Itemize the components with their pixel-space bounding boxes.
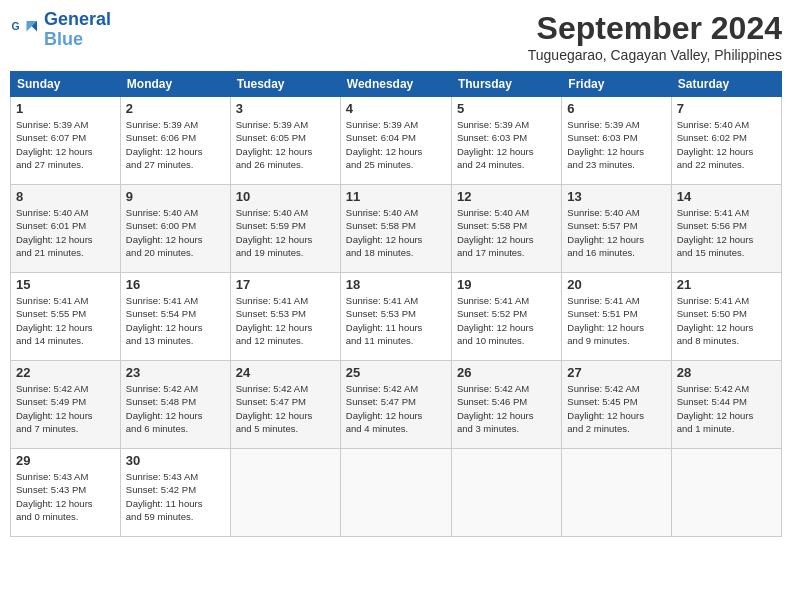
day-info: Sunrise: 5:43 AMSunset: 5:42 PMDaylight:… <box>126 470 225 523</box>
day-info: Sunrise: 5:40 AMSunset: 5:57 PMDaylight:… <box>567 206 665 259</box>
calendar-cell: 22 Sunrise: 5:42 AMSunset: 5:49 PMDaylig… <box>11 361 121 449</box>
day-number: 1 <box>16 101 115 116</box>
day-number: 28 <box>677 365 776 380</box>
weekday-tuesday: Tuesday <box>230 72 340 97</box>
day-number: 18 <box>346 277 446 292</box>
day-info: Sunrise: 5:42 AMSunset: 5:47 PMDaylight:… <box>346 382 446 435</box>
calendar-cell: 8 Sunrise: 5:40 AMSunset: 6:01 PMDayligh… <box>11 185 121 273</box>
location-title: Tuguegarao, Cagayan Valley, Philippines <box>528 47 782 63</box>
calendar-cell <box>671 449 781 537</box>
day-number: 13 <box>567 189 665 204</box>
day-info: Sunrise: 5:39 AMSunset: 6:03 PMDaylight:… <box>457 118 556 171</box>
calendar-cell: 27 Sunrise: 5:42 AMSunset: 5:45 PMDaylig… <box>562 361 671 449</box>
weekday-friday: Friday <box>562 72 671 97</box>
calendar-cell: 17 Sunrise: 5:41 AMSunset: 5:53 PMDaylig… <box>230 273 340 361</box>
day-info: Sunrise: 5:42 AMSunset: 5:46 PMDaylight:… <box>457 382 556 435</box>
title-block: September 2024 Tuguegarao, Cagayan Valle… <box>528 10 782 63</box>
day-number: 17 <box>236 277 335 292</box>
calendar-cell: 30 Sunrise: 5:43 AMSunset: 5:42 PMDaylig… <box>120 449 230 537</box>
calendar-cell: 24 Sunrise: 5:42 AMSunset: 5:47 PMDaylig… <box>230 361 340 449</box>
calendar-cell: 9 Sunrise: 5:40 AMSunset: 6:00 PMDayligh… <box>120 185 230 273</box>
calendar-cell: 3 Sunrise: 5:39 AMSunset: 6:05 PMDayligh… <box>230 97 340 185</box>
calendar-cell: 19 Sunrise: 5:41 AMSunset: 5:52 PMDaylig… <box>451 273 561 361</box>
day-number: 25 <box>346 365 446 380</box>
day-number: 16 <box>126 277 225 292</box>
day-number: 27 <box>567 365 665 380</box>
calendar-cell: 13 Sunrise: 5:40 AMSunset: 5:57 PMDaylig… <box>562 185 671 273</box>
day-number: 3 <box>236 101 335 116</box>
day-number: 21 <box>677 277 776 292</box>
calendar-cell <box>230 449 340 537</box>
day-number: 11 <box>346 189 446 204</box>
page-header: G General Blue September 2024 Tuguegarao… <box>10 10 782 63</box>
weekday-sunday: Sunday <box>11 72 121 97</box>
calendar-cell: 14 Sunrise: 5:41 AMSunset: 5:56 PMDaylig… <box>671 185 781 273</box>
day-info: Sunrise: 5:40 AMSunset: 6:00 PMDaylight:… <box>126 206 225 259</box>
calendar-cell: 1 Sunrise: 5:39 AMSunset: 6:07 PMDayligh… <box>11 97 121 185</box>
calendar-cell: 26 Sunrise: 5:42 AMSunset: 5:46 PMDaylig… <box>451 361 561 449</box>
day-info: Sunrise: 5:39 AMSunset: 6:07 PMDaylight:… <box>16 118 115 171</box>
day-info: Sunrise: 5:39 AMSunset: 6:05 PMDaylight:… <box>236 118 335 171</box>
calendar-cell: 15 Sunrise: 5:41 AMSunset: 5:55 PMDaylig… <box>11 273 121 361</box>
weekday-saturday: Saturday <box>671 72 781 97</box>
day-info: Sunrise: 5:39 AMSunset: 6:06 PMDaylight:… <box>126 118 225 171</box>
day-info: Sunrise: 5:43 AMSunset: 5:43 PMDaylight:… <box>16 470 115 523</box>
day-info: Sunrise: 5:40 AMSunset: 5:58 PMDaylight:… <box>346 206 446 259</box>
calendar-cell: 18 Sunrise: 5:41 AMSunset: 5:53 PMDaylig… <box>340 273 451 361</box>
day-info: Sunrise: 5:42 AMSunset: 5:45 PMDaylight:… <box>567 382 665 435</box>
day-info: Sunrise: 5:41 AMSunset: 5:51 PMDaylight:… <box>567 294 665 347</box>
day-info: Sunrise: 5:40 AMSunset: 5:58 PMDaylight:… <box>457 206 556 259</box>
day-number: 9 <box>126 189 225 204</box>
calendar-cell: 10 Sunrise: 5:40 AMSunset: 5:59 PMDaylig… <box>230 185 340 273</box>
day-info: Sunrise: 5:39 AMSunset: 6:04 PMDaylight:… <box>346 118 446 171</box>
logo-icon: G <box>10 15 40 45</box>
day-info: Sunrise: 5:41 AMSunset: 5:55 PMDaylight:… <box>16 294 115 347</box>
calendar-cell: 16 Sunrise: 5:41 AMSunset: 5:54 PMDaylig… <box>120 273 230 361</box>
logo: G General Blue <box>10 10 111 50</box>
day-info: Sunrise: 5:39 AMSunset: 6:03 PMDaylight:… <box>567 118 665 171</box>
day-info: Sunrise: 5:42 AMSunset: 5:49 PMDaylight:… <box>16 382 115 435</box>
day-info: Sunrise: 5:42 AMSunset: 5:48 PMDaylight:… <box>126 382 225 435</box>
calendar-cell: 21 Sunrise: 5:41 AMSunset: 5:50 PMDaylig… <box>671 273 781 361</box>
day-number: 30 <box>126 453 225 468</box>
calendar-week-3: 15 Sunrise: 5:41 AMSunset: 5:55 PMDaylig… <box>11 273 782 361</box>
day-info: Sunrise: 5:41 AMSunset: 5:54 PMDaylight:… <box>126 294 225 347</box>
logo-text: General Blue <box>44 10 111 50</box>
calendar-cell: 20 Sunrise: 5:41 AMSunset: 5:51 PMDaylig… <box>562 273 671 361</box>
calendar-cell: 2 Sunrise: 5:39 AMSunset: 6:06 PMDayligh… <box>120 97 230 185</box>
calendar-week-5: 29 Sunrise: 5:43 AMSunset: 5:43 PMDaylig… <box>11 449 782 537</box>
day-info: Sunrise: 5:41 AMSunset: 5:52 PMDaylight:… <box>457 294 556 347</box>
day-number: 5 <box>457 101 556 116</box>
calendar-week-4: 22 Sunrise: 5:42 AMSunset: 5:49 PMDaylig… <box>11 361 782 449</box>
day-info: Sunrise: 5:42 AMSunset: 5:47 PMDaylight:… <box>236 382 335 435</box>
weekday-header-row: SundayMondayTuesdayWednesdayThursdayFrid… <box>11 72 782 97</box>
day-number: 26 <box>457 365 556 380</box>
day-number: 23 <box>126 365 225 380</box>
month-title: September 2024 <box>528 10 782 47</box>
calendar-table: SundayMondayTuesdayWednesdayThursdayFrid… <box>10 71 782 537</box>
day-info: Sunrise: 5:40 AMSunset: 6:02 PMDaylight:… <box>677 118 776 171</box>
day-number: 20 <box>567 277 665 292</box>
day-number: 19 <box>457 277 556 292</box>
calendar-week-2: 8 Sunrise: 5:40 AMSunset: 6:01 PMDayligh… <box>11 185 782 273</box>
weekday-thursday: Thursday <box>451 72 561 97</box>
calendar-week-1: 1 Sunrise: 5:39 AMSunset: 6:07 PMDayligh… <box>11 97 782 185</box>
day-number: 22 <box>16 365 115 380</box>
calendar-cell: 7 Sunrise: 5:40 AMSunset: 6:02 PMDayligh… <box>671 97 781 185</box>
day-info: Sunrise: 5:41 AMSunset: 5:56 PMDaylight:… <box>677 206 776 259</box>
calendar-cell: 11 Sunrise: 5:40 AMSunset: 5:58 PMDaylig… <box>340 185 451 273</box>
day-info: Sunrise: 5:41 AMSunset: 5:50 PMDaylight:… <box>677 294 776 347</box>
calendar-cell: 5 Sunrise: 5:39 AMSunset: 6:03 PMDayligh… <box>451 97 561 185</box>
day-number: 15 <box>16 277 115 292</box>
calendar-cell: 12 Sunrise: 5:40 AMSunset: 5:58 PMDaylig… <box>451 185 561 273</box>
calendar-cell: 25 Sunrise: 5:42 AMSunset: 5:47 PMDaylig… <box>340 361 451 449</box>
day-number: 6 <box>567 101 665 116</box>
day-info: Sunrise: 5:42 AMSunset: 5:44 PMDaylight:… <box>677 382 776 435</box>
calendar-cell: 23 Sunrise: 5:42 AMSunset: 5:48 PMDaylig… <box>120 361 230 449</box>
day-info: Sunrise: 5:40 AMSunset: 5:59 PMDaylight:… <box>236 206 335 259</box>
day-info: Sunrise: 5:41 AMSunset: 5:53 PMDaylight:… <box>236 294 335 347</box>
day-number: 7 <box>677 101 776 116</box>
svg-text:G: G <box>12 20 20 32</box>
day-number: 4 <box>346 101 446 116</box>
calendar-cell: 28 Sunrise: 5:42 AMSunset: 5:44 PMDaylig… <box>671 361 781 449</box>
